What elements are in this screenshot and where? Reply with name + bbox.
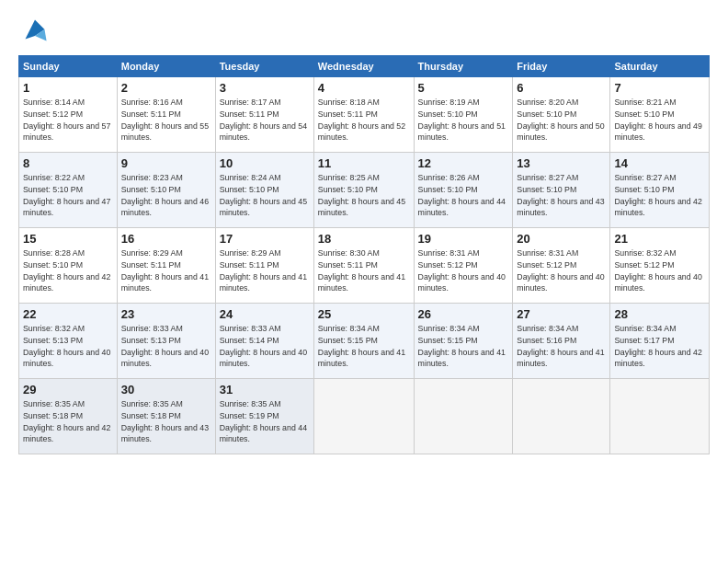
- header-day-sunday: Sunday: [19, 56, 118, 77]
- calendar-header: SundayMondayTuesdayWednesdayThursdayFrid…: [19, 56, 710, 77]
- day-number: 6: [517, 81, 606, 95]
- day-number: 16: [121, 232, 211, 246]
- day-number: 18: [318, 232, 410, 246]
- day-info: Sunrise: 8:32 AM Sunset: 5:13 PM Dayligh…: [23, 323, 113, 370]
- calendar-cell: 17 Sunrise: 8:29 AM Sunset: 5:11 PM Dayl…: [215, 228, 313, 304]
- day-info: Sunrise: 8:17 AM Sunset: 5:11 PM Dayligh…: [220, 97, 310, 144]
- header-day-friday: Friday: [513, 56, 610, 77]
- day-info: Sunrise: 8:14 AM Sunset: 5:12 PM Dayligh…: [23, 97, 113, 144]
- day-number: 27: [517, 307, 606, 321]
- day-number: 28: [614, 307, 705, 321]
- calendar-cell: 29 Sunrise: 8:35 AM Sunset: 5:18 PM Dayl…: [19, 379, 118, 454]
- calendar-cell: 19 Sunrise: 8:31 AM Sunset: 5:12 PM Dayl…: [414, 228, 513, 304]
- day-info: Sunrise: 8:24 AM Sunset: 5:10 PM Dayligh…: [220, 172, 310, 219]
- day-number: 23: [121, 307, 211, 321]
- day-info: Sunrise: 8:23 AM Sunset: 5:10 PM Dayligh…: [121, 172, 211, 219]
- day-info: Sunrise: 8:28 AM Sunset: 5:10 PM Dayligh…: [23, 247, 113, 294]
- calendar-cell: 3 Sunrise: 8:17 AM Sunset: 5:11 PM Dayli…: [215, 77, 313, 153]
- calendar-cell: 1 Sunrise: 8:14 AM Sunset: 5:12 PM Dayli…: [19, 77, 118, 153]
- header-day-thursday: Thursday: [414, 56, 513, 77]
- calendar-cell: 7 Sunrise: 8:21 AM Sunset: 5:10 PM Dayli…: [610, 77, 710, 153]
- calendar-cell: 28 Sunrise: 8:34 AM Sunset: 5:17 PM Dayl…: [610, 304, 710, 379]
- day-number: 30: [121, 383, 211, 396]
- day-info: Sunrise: 8:21 AM Sunset: 5:10 PM Dayligh…: [614, 97, 705, 144]
- week-row-2: 8 Sunrise: 8:22 AM Sunset: 5:10 PM Dayli…: [19, 153, 710, 228]
- day-info: Sunrise: 8:31 AM Sunset: 5:12 PM Dayligh…: [418, 247, 509, 294]
- day-number: 20: [517, 232, 606, 246]
- day-info: Sunrise: 8:16 AM Sunset: 5:11 PM Dayligh…: [121, 97, 211, 144]
- day-info: Sunrise: 8:33 AM Sunset: 5:13 PM Dayligh…: [121, 323, 211, 370]
- day-info: Sunrise: 8:25 AM Sunset: 5:10 PM Dayligh…: [318, 172, 410, 219]
- calendar-cell: 9 Sunrise: 8:23 AM Sunset: 5:10 PM Dayli…: [117, 153, 215, 228]
- day-info: Sunrise: 8:29 AM Sunset: 5:11 PM Dayligh…: [220, 247, 310, 294]
- header-day-wednesday: Wednesday: [313, 56, 414, 77]
- day-info: Sunrise: 8:33 AM Sunset: 5:14 PM Dayligh…: [220, 323, 310, 370]
- day-number: 29: [23, 383, 113, 396]
- calendar-body: 1 Sunrise: 8:14 AM Sunset: 5:12 PM Dayli…: [19, 77, 710, 454]
- day-number: 7: [614, 81, 705, 95]
- header-day-monday: Monday: [117, 56, 215, 77]
- header: [18, 17, 710, 46]
- week-row-3: 15 Sunrise: 8:28 AM Sunset: 5:10 PM Dayl…: [19, 228, 710, 304]
- day-info: Sunrise: 8:27 AM Sunset: 5:10 PM Dayligh…: [517, 172, 606, 219]
- day-info: Sunrise: 8:34 AM Sunset: 5:15 PM Dayligh…: [318, 323, 410, 370]
- calendar-cell: 4 Sunrise: 8:18 AM Sunset: 5:11 PM Dayli…: [313, 77, 414, 153]
- calendar-cell: 8 Sunrise: 8:22 AM Sunset: 5:10 PM Dayli…: [19, 153, 118, 228]
- day-info: Sunrise: 8:34 AM Sunset: 5:16 PM Dayligh…: [517, 323, 606, 370]
- calendar-cell: 26 Sunrise: 8:34 AM Sunset: 5:15 PM Dayl…: [414, 304, 513, 379]
- day-number: 3: [220, 81, 310, 95]
- day-number: 24: [220, 307, 310, 321]
- header-row: SundayMondayTuesdayWednesdayThursdayFrid…: [19, 56, 710, 77]
- day-info: Sunrise: 8:35 AM Sunset: 5:18 PM Dayligh…: [121, 398, 211, 445]
- calendar-cell: [610, 379, 710, 454]
- day-info: Sunrise: 8:18 AM Sunset: 5:11 PM Dayligh…: [318, 97, 410, 144]
- calendar-cell: 16 Sunrise: 8:29 AM Sunset: 5:11 PM Dayl…: [117, 228, 215, 304]
- header-day-saturday: Saturday: [610, 56, 710, 77]
- day-number: 22: [23, 307, 113, 321]
- day-info: Sunrise: 8:27 AM Sunset: 5:10 PM Dayligh…: [614, 172, 705, 219]
- calendar-cell: 11 Sunrise: 8:25 AM Sunset: 5:10 PM Dayl…: [313, 153, 414, 228]
- day-number: 13: [517, 156, 606, 170]
- day-info: Sunrise: 8:29 AM Sunset: 5:11 PM Dayligh…: [121, 247, 211, 294]
- calendar-cell: 13 Sunrise: 8:27 AM Sunset: 5:10 PM Dayl…: [513, 153, 610, 228]
- day-number: 9: [121, 156, 211, 170]
- week-row-5: 29 Sunrise: 8:35 AM Sunset: 5:18 PM Dayl…: [19, 379, 710, 454]
- day-number: 10: [220, 156, 310, 170]
- logo-icon: [22, 17, 48, 42]
- day-number: 2: [121, 81, 211, 95]
- day-number: 31: [220, 383, 310, 396]
- logo: [18, 17, 48, 46]
- week-row-4: 22 Sunrise: 8:32 AM Sunset: 5:13 PM Dayl…: [19, 304, 710, 379]
- calendar-cell: 14 Sunrise: 8:27 AM Sunset: 5:10 PM Dayl…: [610, 153, 710, 228]
- calendar-cell: 21 Sunrise: 8:32 AM Sunset: 5:12 PM Dayl…: [610, 228, 710, 304]
- day-info: Sunrise: 8:32 AM Sunset: 5:12 PM Dayligh…: [614, 247, 705, 294]
- calendar-cell: 5 Sunrise: 8:19 AM Sunset: 5:10 PM Dayli…: [414, 77, 513, 153]
- calendar-cell: 12 Sunrise: 8:26 AM Sunset: 5:10 PM Dayl…: [414, 153, 513, 228]
- calendar-cell: 23 Sunrise: 8:33 AM Sunset: 5:13 PM Dayl…: [117, 304, 215, 379]
- calendar-cell: 30 Sunrise: 8:35 AM Sunset: 5:18 PM Dayl…: [117, 379, 215, 454]
- calendar-cell: [513, 379, 610, 454]
- day-number: 14: [614, 156, 705, 170]
- day-number: 4: [318, 81, 410, 95]
- day-info: Sunrise: 8:26 AM Sunset: 5:10 PM Dayligh…: [418, 172, 509, 219]
- calendar-cell: 10 Sunrise: 8:24 AM Sunset: 5:10 PM Dayl…: [215, 153, 313, 228]
- page: SundayMondayTuesdayWednesdayThursdayFrid…: [0, 0, 728, 464]
- calendar-cell: 25 Sunrise: 8:34 AM Sunset: 5:15 PM Dayl…: [313, 304, 414, 379]
- day-info: Sunrise: 8:20 AM Sunset: 5:10 PM Dayligh…: [517, 97, 606, 144]
- calendar-cell: 15 Sunrise: 8:28 AM Sunset: 5:10 PM Dayl…: [19, 228, 118, 304]
- calendar-cell: [414, 379, 513, 454]
- day-info: Sunrise: 8:22 AM Sunset: 5:10 PM Dayligh…: [23, 172, 113, 219]
- day-info: Sunrise: 8:35 AM Sunset: 5:18 PM Dayligh…: [23, 398, 113, 445]
- day-number: 17: [220, 232, 310, 246]
- calendar-cell: 2 Sunrise: 8:16 AM Sunset: 5:11 PM Dayli…: [117, 77, 215, 153]
- day-info: Sunrise: 8:35 AM Sunset: 5:19 PM Dayligh…: [220, 398, 310, 445]
- day-number: 8: [23, 156, 113, 170]
- day-info: Sunrise: 8:31 AM Sunset: 5:12 PM Dayligh…: [517, 247, 606, 294]
- day-number: 26: [418, 307, 509, 321]
- day-number: 5: [418, 81, 509, 95]
- calendar-cell: 31 Sunrise: 8:35 AM Sunset: 5:19 PM Dayl…: [215, 379, 313, 454]
- calendar-cell: 18 Sunrise: 8:30 AM Sunset: 5:11 PM Dayl…: [313, 228, 414, 304]
- day-number: 1: [23, 81, 113, 95]
- calendar-cell: 27 Sunrise: 8:34 AM Sunset: 5:16 PM Dayl…: [513, 304, 610, 379]
- week-row-1: 1 Sunrise: 8:14 AM Sunset: 5:12 PM Dayli…: [19, 77, 710, 153]
